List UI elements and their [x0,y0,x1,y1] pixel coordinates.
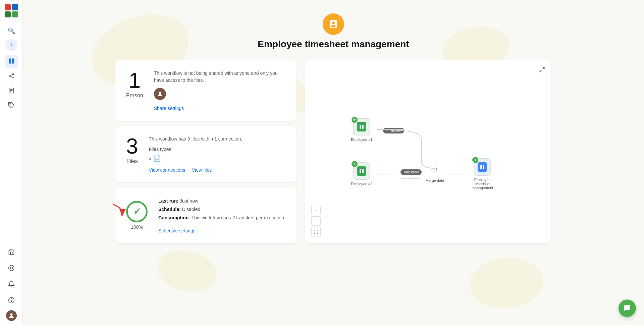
svg-line-8 [10,76,12,77]
help-icon [8,297,15,305]
person-icon [328,19,339,30]
files-card-left: 3 Files [126,136,138,164]
sidebar-item-home[interactable] [5,246,18,259]
status-card-right: Last run: Just now Schedule: Disabled Co… [158,197,286,234]
svg-rect-0 [9,58,11,61]
svg-point-18 [10,313,12,316]
sidebar-item-help[interactable] [5,294,18,308]
sidebar-item-notifications[interactable] [5,278,18,291]
files-label: Files [126,158,138,164]
app-logo[interactable] [5,4,18,17]
svg-point-26 [360,123,361,125]
logo-green [12,11,18,18]
sidebar-item-add[interactable]: + [5,39,17,51]
svg-point-21 [159,92,161,94]
red-arrow [109,201,126,222]
check-circle: ✓ [126,201,148,222]
sidebar-item-connections[interactable] [5,70,18,83]
search-icon: 🔍 [8,27,15,35]
output-icon: + [474,158,491,176]
employee2-node: + Employee #2 [351,162,372,186]
zoom-out-button[interactable]: − [311,216,321,226]
main-layout: 1 Person This workflow is not being shar… [115,60,551,243]
zoom-fit-button[interactable] [311,227,321,236]
page-header: Employee timesheet management [258,13,409,50]
employee1-node: + Employee #1 [351,118,372,142]
view-files-link[interactable]: View files [192,167,212,173]
files-number: 3 [149,156,152,161]
zoom-in-button[interactable]: + [311,206,321,215]
persons-card-left: 1 Person [126,70,143,99]
files-type-count: 3 📄 [149,155,286,162]
status-card-left: ✓ 100% [126,201,148,230]
schedule-settings-link[interactable]: Schedule settings [158,228,196,233]
status-card: ✓ 100% Last run: Just now Schedule: Disa… [115,187,297,243]
logo-red [5,4,11,10]
svg-rect-1 [11,58,14,61]
sidebar-item-documents[interactable] [5,85,18,98]
employee2-icon: + [353,162,370,180]
person-avatar [154,88,166,100]
share-settings-link[interactable]: Share settings [154,106,184,111]
svg-point-4 [9,75,10,76]
logo-green-dark [5,11,11,18]
sidebar-item-explore[interactable] [5,262,18,275]
cards-column: 1 Person This workflow is not being shar… [115,60,297,243]
svg-point-6 [13,77,14,78]
content-area: Employee timesheet management 1 Person T… [23,0,644,325]
svg-point-20 [332,21,335,24]
persons-card-right: This workflow is not being shared with a… [154,70,286,111]
output-node: + Employee timesheet management [469,158,496,190]
persons-card: 1 Person This workflow is not being shar… [115,60,297,121]
sidebar: 🔍 + [0,0,23,325]
main-content: Employee timesheet management 1 Person T… [23,0,644,325]
last-run-value: Just now [180,198,198,204]
consumption-label: Consumption: [158,215,190,220]
page-title: Employee timesheet management [258,39,409,50]
employee2-label: Employee #2 [351,182,372,186]
timesheet-pill-1: Timesheet [383,128,404,133]
view-connections-link[interactable]: View connections [149,167,185,173]
files-card: 3 Files This workflow has 3 files within… [115,126,297,182]
merge-node: ⑂ Merge data [426,166,444,182]
svg-point-13 [9,103,10,104]
schedule-value: Disabled [182,207,200,212]
sidebar-item-search[interactable]: 🔍 [5,24,18,38]
files-card-right: This workflow has 3 files within 1 conne… [149,136,286,173]
svg-line-24 [540,70,541,72]
chat-button[interactable] [619,300,636,317]
svg-point-5 [13,73,14,74]
persons-description: This workflow is not being shared with a… [154,70,286,84]
svg-point-27 [362,123,364,125]
sidebar-item-dashboard[interactable] [5,55,18,68]
consumption-value: This workflow uses 2 transfers per execu… [192,215,285,220]
persons-label: Person [126,93,143,99]
files-card-links: View connections View files [149,167,286,173]
output-label: Employee timesheet management [469,178,496,190]
header-icon-circle [323,13,344,35]
percent-label: 100% [131,224,143,230]
expand-button[interactable] [537,64,547,75]
success-indicator: ✓ 100% [126,201,148,230]
home-icon [8,249,15,257]
schedule-label: Schedule: [158,207,181,212]
check-mark-icon: ✓ [133,206,141,217]
sidebar-item-tags[interactable] [5,99,18,113]
dashboard-icon [8,58,15,66]
zoom-controls: + − [311,206,321,236]
svg-point-14 [8,265,14,271]
svg-line-7 [10,74,12,75]
connections-icon [8,72,15,81]
diagram-panel: + Employee #1 Timesheet [305,60,551,243]
bell-icon [8,281,15,289]
run-info: Last run: Just now Schedule: Disabled Co… [158,197,286,222]
user-avatar[interactable] [6,310,17,321]
svg-point-30 [362,168,364,169]
files-count: 3 [126,136,138,157]
svg-rect-31 [478,162,487,172]
explore-icon [8,265,15,273]
documents-icon [8,87,15,96]
merge-label: Merge data [426,178,444,182]
add-icon: + [9,41,13,49]
logo-blue [12,4,18,10]
